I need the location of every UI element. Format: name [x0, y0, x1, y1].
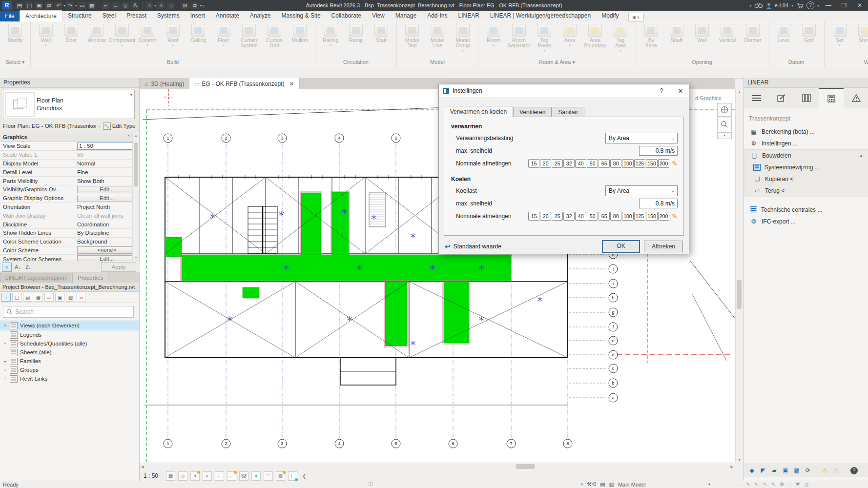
property-value[interactable]: Show Both	[75, 177, 139, 185]
area-boundary-button[interactable]: Area Boundary	[582, 23, 608, 49]
floor-button[interactable]: Floor▾	[211, 23, 236, 48]
view-scale-button[interactable]: 1 : 50	[144, 472, 158, 479]
dialog-tab-sanitair[interactable]: Sanitair	[552, 107, 584, 117]
ribbon-tab-collaborate[interactable]: Collaborate	[326, 10, 367, 21]
tree-item-views-nach-gewerken-[interactable]: +Views (nach Gewerken)	[0, 321, 139, 330]
dialog-help-button[interactable]: ?	[654, 87, 669, 94]
size-chip-65[interactable]: 65	[599, 159, 610, 168]
minimize-button[interactable]: —	[822, 0, 835, 10]
linear-item-instellingen-[interactable]: ⚙Instellingen ...	[744, 138, 868, 149]
ribbon-tab-analyze[interactable]: Analyze	[245, 10, 276, 21]
model-line-button[interactable]: Model Line	[425, 23, 450, 49]
text-icon[interactable]: A	[131, 2, 139, 9]
type-selector[interactable]: Floor Plan Grundriss ▾	[3, 90, 135, 119]
size-chip-80[interactable]: 80	[610, 212, 621, 221]
scroll-up-icon[interactable]: ▲	[738, 90, 741, 94]
properties-scrollbar[interactable]: ▲ ▼	[132, 133, 139, 261]
linear-item-ifc-export-[interactable]: ❂IFC-export ...	[744, 216, 868, 227]
linear-library-tab[interactable]	[794, 88, 819, 108]
wall-button[interactable]: Wall	[689, 23, 715, 44]
ribbon-tab-view[interactable]: View	[367, 10, 390, 21]
railing-button[interactable]: Railing▾	[318, 23, 343, 48]
scroll-right-icon[interactable]: ▶	[731, 465, 733, 469]
browser-families-icon[interactable]: ▣	[55, 293, 64, 302]
property-value[interactable]: Edit...	[75, 194, 139, 203]
property-value[interactable]: Project North	[75, 203, 139, 211]
browser-search-input[interactable]: Search	[3, 306, 134, 318]
size-chip-50[interactable]: 50	[587, 159, 598, 168]
tree-item-sheets-alle-[interactable]: Sheets (alle)	[0, 348, 139, 357]
cart-icon[interactable]	[796, 2, 804, 9]
instance-selector[interactable]: Floor Plan: EG - OK RFB (Trassenkonze	[3, 123, 96, 129]
select-underlay-icon[interactable]: ↖	[754, 481, 759, 488]
tree-item-revit-links[interactable]: +Revit Links	[0, 374, 139, 383]
scroll-thumb[interactable]	[134, 142, 138, 186]
tag-room-button[interactable]: Tag Room▾	[532, 23, 557, 54]
linear-warnings-tab[interactable]	[844, 88, 868, 108]
property-value[interactable]: Coordination	[75, 220, 139, 228]
panel-label[interactable]: Select ▾	[0, 59, 30, 67]
close-hidden-icon[interactable]: ⊠	[181, 2, 189, 9]
ceiling-button[interactable]: Ceiling	[186, 23, 211, 44]
view-tab-3d-heating-[interactable]: ⌂3D (Heating)	[140, 78, 189, 89]
size-chip-32[interactable]: 32	[563, 212, 575, 221]
linear-item-kopi-ren-[interactable]: ❏Kopiëren <	[744, 173, 868, 185]
tree-expander-icon[interactable]: +	[3, 323, 7, 328]
property-value[interactable]: 50	[75, 151, 139, 159]
aligned-dimension-icon[interactable]: ↔	[112, 2, 120, 9]
dialog-tab-ventileren[interactable]: Ventileren	[513, 107, 552, 117]
size-chip-125[interactable]: 125	[634, 212, 646, 221]
dropdown-caret-icon[interactable]: ▾	[146, 43, 148, 47]
reveal-hidden-icon[interactable]: 6∂	[239, 471, 248, 481]
sort-descending-icon[interactable]: Z↓	[23, 263, 33, 272]
sort-ascending-icon[interactable]: A↓	[13, 263, 22, 272]
measure-icon[interactable]: ⌐	[102, 2, 110, 9]
property-button[interactable]: Edit...	[77, 195, 136, 202]
property-button[interactable]: Edit...	[77, 186, 136, 193]
ribbon-tab-linear-werktuigen-gereedschappen[interactable]: LINEAR | Werktuigen/gereedschappen	[485, 10, 596, 21]
room-button[interactable]: Room▾	[481, 23, 506, 48]
browser-groups-icon[interactable]: ▧	[66, 293, 75, 302]
dropdown-caret-icon[interactable]: ▾	[45, 43, 47, 47]
dropdown-caret-icon[interactable]: ▾	[569, 43, 571, 47]
linear-menu-tab[interactable]	[744, 88, 769, 108]
property-button[interactable]: <none>	[77, 246, 136, 254]
tree-item-groups[interactable]: +Groups	[0, 366, 139, 374]
sync-icon[interactable]: ⇄	[45, 2, 53, 9]
crop-view-icon[interactable]: ⌐	[215, 471, 224, 481]
size-chip-100[interactable]: 100	[622, 212, 634, 221]
dropdown-caret-icon[interactable]: ▾	[172, 43, 174, 47]
column-button[interactable]: Column▾	[135, 23, 160, 48]
dialog-tab-verwarmen-en-koelen[interactable]: Verwarmen en koelen	[444, 106, 513, 117]
dropdown-caret-icon[interactable]: ▾	[223, 43, 225, 47]
shaft-button[interactable]: Shaft	[664, 23, 689, 44]
model-group-button[interactable]: Model Group▾	[450, 23, 475, 54]
revit-logo-icon[interactable]: R	[2, 1, 12, 10]
filter-icon[interactable]	[795, 483, 800, 486]
sun-path-icon[interactable]: ☀	[190, 471, 200, 481]
ribbon-tab-steel[interactable]: Steel	[97, 10, 121, 21]
property-value[interactable]: 1 : 50	[75, 142, 139, 150]
property-value[interactable]: Normal	[75, 160, 139, 168]
drag-elements-icon[interactable]: ✥	[780, 481, 784, 488]
mullion-button[interactable]: Mullion	[287, 23, 312, 44]
edit-type-button[interactable]: Edit Type	[103, 122, 136, 130]
user-caret-icon[interactable]: ▾	[791, 3, 793, 8]
linear-refresh-icon[interactable]: ⟳	[804, 467, 812, 474]
ribbon-tab-manage[interactable]: Manage	[390, 10, 422, 21]
size-chip-150[interactable]: 150	[646, 212, 658, 221]
detail-level-icon[interactable]: ▦	[166, 471, 175, 481]
visual-style-icon[interactable]: ◇	[178, 471, 187, 481]
graphics-section-header[interactable]: Graphics⌃	[0, 133, 139, 142]
ribbon-tab-annotate[interactable]: Annotate	[210, 10, 245, 21]
model-text-button[interactable]: Model Text	[399, 23, 425, 49]
browser-schedules-icon[interactable]: ▦	[34, 293, 43, 302]
linear-edit-tab[interactable]	[769, 88, 794, 108]
property-value[interactable]: By Discipline	[75, 229, 139, 237]
size-chip-100[interactable]: 100	[622, 159, 634, 168]
linear-tool-4-icon[interactable]: ▣	[782, 467, 789, 474]
ribbon-tab-linear[interactable]: LINEAR	[453, 10, 485, 21]
switch-windows-icon[interactable]: ⧉	[191, 2, 199, 9]
size-chip-80[interactable]: 80	[610, 159, 621, 168]
shadows-icon[interactable]: ◐	[203, 471, 212, 481]
